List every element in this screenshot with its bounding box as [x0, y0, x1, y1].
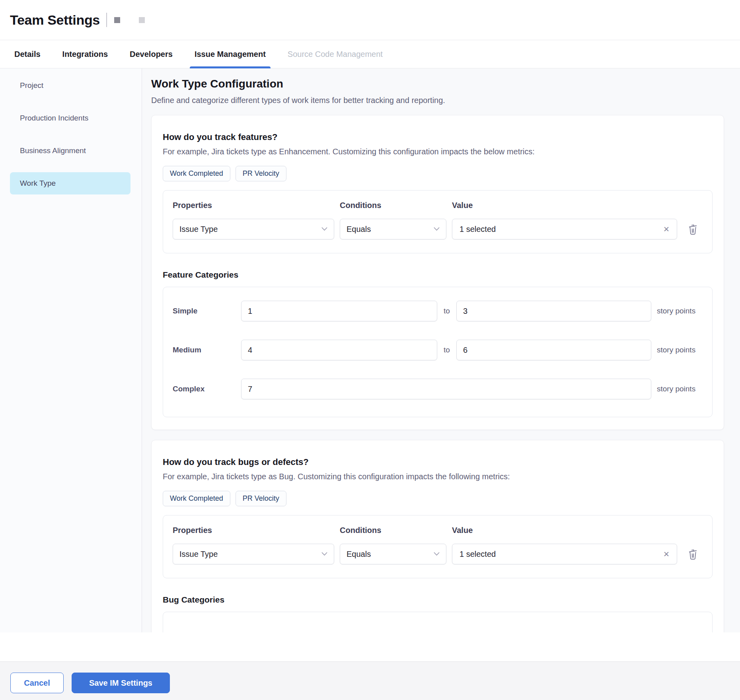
range-joiner: to — [437, 307, 456, 315]
property-select-value: Issue Type — [179, 225, 218, 234]
range-to-input[interactable] — [456, 301, 651, 321]
value-selected-text: 1 selected — [460, 550, 496, 559]
tab-issue-management[interactable]: Issue Management — [195, 40, 266, 68]
range-joiner: to — [437, 346, 456, 354]
sidebar-item-work-type[interactable]: Work Type — [10, 172, 130, 194]
value-label: Value — [452, 526, 677, 535]
sidebar-item-project[interactable]: Project — [0, 74, 142, 97]
tab-source-code-management[interactable]: Source Code Management — [288, 40, 383, 68]
sidebar-item-production-incidents[interactable]: Production Incidents — [0, 107, 142, 129]
badge-work-completed: Work Completed — [163, 491, 230, 506]
condition-select-value: Equals — [347, 550, 371, 559]
delete-filter-button[interactable] — [683, 548, 703, 560]
tab-label: Source Code Management — [288, 50, 383, 59]
tab-details[interactable]: Details — [14, 40, 41, 68]
property-select-value: Issue Type — [179, 550, 218, 559]
value-label: Value — [452, 201, 677, 210]
header: Team Settings — [0, 0, 740, 40]
feature-categories-heading: Feature Categories — [163, 270, 713, 280]
section-title: Work Type Configuration — [151, 78, 740, 90]
range-from-input[interactable] — [241, 340, 437, 360]
story-points-suffix: story points — [657, 385, 695, 393]
sidebar-item-label: Project — [20, 81, 43, 90]
title-divider — [106, 13, 107, 27]
value-multiselect[interactable]: 1 selected ✕ — [452, 544, 677, 564]
condition-select-value: Equals — [347, 225, 371, 234]
min-value-input[interactable] — [241, 379, 651, 399]
tab-label: Issue Management — [195, 50, 266, 59]
bug-card-heading: How do you track bugs or defects? — [163, 457, 713, 467]
sidebar-item-label: Production Incidents — [20, 114, 88, 122]
delete-filter-button[interactable] — [683, 223, 703, 235]
active-tab-indicator — [190, 66, 271, 68]
trash-icon — [687, 223, 698, 235]
bug-filter-box: Properties Conditions Value Issue Type E… — [163, 515, 713, 578]
range-to-input[interactable] — [456, 340, 651, 360]
value-multiselect[interactable]: 1 selected ✕ — [452, 219, 677, 239]
tab-label: Integrations — [62, 50, 108, 59]
bug-card-description: For example, Jira tickets type as Bug. C… — [163, 472, 713, 481]
story-points-suffix: story points — [657, 307, 695, 315]
range-from-input[interactable] — [241, 301, 437, 321]
tab-bar: Details Integrations Developers Issue Ma… — [0, 40, 740, 68]
cancel-button[interactable]: Cancel — [10, 673, 64, 693]
category-label: Simple — [173, 307, 241, 315]
category-row-complex: Complex story points — [173, 379, 703, 399]
badge-work-completed: Work Completed — [163, 166, 230, 181]
page-title: Team Settings — [10, 12, 100, 28]
header-square-light-icon[interactable] — [139, 17, 145, 23]
bug-tracking-card: How do you track bugs or defects? For ex… — [151, 440, 724, 632]
conditions-label: Conditions — [340, 201, 446, 210]
gap-strip — [0, 632, 740, 661]
property-select[interactable]: Issue Type — [173, 544, 334, 564]
sidebar-item-business-alignment[interactable]: Business Alignment — [0, 140, 142, 162]
settings-sidebar: Project Production Incidents Business Al… — [0, 68, 142, 632]
category-row-medium: Medium to story points — [173, 340, 703, 360]
category-label: Complex — [173, 385, 241, 393]
feature-categories-box: Simple to story points Medium to story p… — [163, 287, 713, 417]
header-square-dark-icon[interactable] — [114, 17, 120, 23]
feature-tracking-card: How do you track features? For example, … — [151, 115, 724, 430]
feature-card-description: For example, Jira tickets type as Enhanc… — [163, 147, 713, 156]
chevron-down-icon — [434, 552, 440, 556]
properties-label: Properties — [173, 201, 334, 210]
tab-label: Details — [14, 50, 41, 59]
tab-integrations[interactable]: Integrations — [62, 40, 108, 68]
content-area: Work Type Configuration Define and categ… — [142, 68, 740, 632]
sidebar-item-label: Work Type — [20, 179, 56, 188]
save-im-settings-button[interactable]: Save IM Settings — [72, 673, 170, 693]
value-selected-text: 1 selected — [460, 225, 496, 234]
bug-categories-box — [163, 612, 713, 632]
properties-label: Properties — [173, 526, 334, 535]
tab-developers[interactable]: Developers — [130, 40, 173, 68]
main-region: Project Production Incidents Business Al… — [0, 68, 740, 632]
tab-label: Developers — [130, 50, 173, 59]
footer-action-bar: Cancel Save IM Settings — [0, 661, 740, 700]
condition-select[interactable]: Equals — [340, 544, 446, 564]
trash-icon — [687, 548, 698, 560]
feature-metric-badges: Work Completed PR Velocity — [163, 166, 713, 181]
bug-metric-badges: Work Completed PR Velocity — [163, 491, 713, 506]
chevron-down-icon — [434, 227, 440, 231]
feature-card-heading: How do you track features? — [163, 132, 713, 142]
bug-categories-heading: Bug Categories — [163, 595, 713, 605]
chevron-down-icon — [321, 552, 327, 556]
category-label: Medium — [173, 346, 241, 354]
section-subtitle: Define and categorize different types of… — [151, 96, 740, 105]
clear-selection-icon[interactable]: ✕ — [663, 226, 670, 233]
sidebar-item-label: Business Alignment — [20, 146, 86, 155]
property-select[interactable]: Issue Type — [173, 219, 334, 239]
chevron-down-icon — [321, 227, 327, 231]
badge-pr-velocity: PR Velocity — [236, 166, 286, 181]
badge-pr-velocity: PR Velocity — [236, 491, 286, 506]
clear-selection-icon[interactable]: ✕ — [663, 550, 670, 558]
feature-filter-box: Properties Conditions Value Issue Type E… — [163, 190, 713, 253]
team-settings-page: Team Settings Details Integrations Devel… — [0, 0, 740, 700]
story-points-suffix: story points — [657, 346, 695, 354]
condition-select[interactable]: Equals — [340, 219, 446, 239]
category-row-simple: Simple to story points — [173, 301, 703, 321]
conditions-label: Conditions — [340, 526, 446, 535]
